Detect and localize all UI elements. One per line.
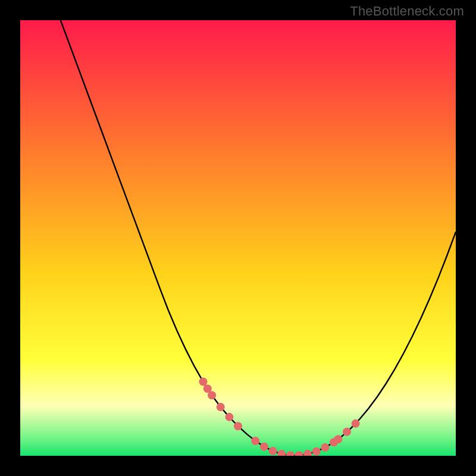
curve-marker	[334, 435, 342, 443]
curve-marker	[234, 422, 242, 430]
curve-marker	[269, 447, 277, 455]
curve-marker	[208, 391, 216, 399]
attribution-text: TheBottleneck.com	[350, 4, 464, 19]
curve-marker	[321, 443, 329, 452]
curve-marker	[295, 451, 303, 456]
curve-marker	[260, 443, 268, 451]
plot-area	[20, 20, 456, 456]
curve-marker	[225, 413, 233, 421]
curve-marker	[312, 447, 321, 456]
curve-marker	[286, 451, 295, 456]
curve-marker	[277, 450, 286, 456]
curve-layer	[20, 20, 456, 456]
curve-marker	[199, 378, 207, 386]
curve-marker	[251, 437, 259, 445]
curve-marker	[303, 450, 312, 456]
bottleneck-curve	[20, 20, 456, 455]
curve-markers	[199, 378, 359, 456]
chart-stage: TheBottleneck.com	[0, 0, 476, 476]
curve-marker	[217, 403, 225, 411]
curve-marker	[352, 419, 360, 428]
curve-marker	[343, 428, 351, 436]
